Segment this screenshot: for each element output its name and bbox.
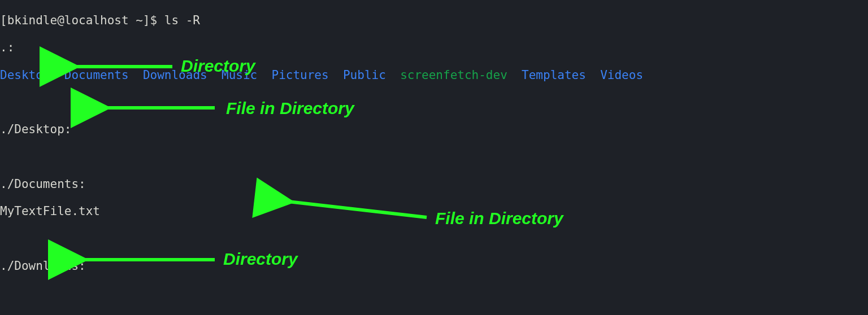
dir-public: Public bbox=[343, 68, 386, 82]
dir-templates: Templates bbox=[522, 68, 586, 82]
dir-desktop: Desktop bbox=[0, 68, 50, 82]
dir-pictures: Pictures bbox=[272, 68, 329, 82]
dir-documents: Documents bbox=[64, 68, 129, 82]
section-desktop: ./Desktop: bbox=[0, 123, 868, 136]
dir-videos: Videos bbox=[600, 68, 643, 82]
exec-screenfetch: screenfetch-dev bbox=[400, 68, 507, 82]
dir-downloads: Downloads bbox=[143, 68, 207, 82]
section-downloads: ./Downloads: bbox=[0, 259, 868, 273]
section-documents: ./Documents: bbox=[0, 177, 868, 191]
terminal-output: [bkindle@localhost ~]$ ls -R .: Desktop … bbox=[0, 0, 868, 315]
shell-prompt: [bkindle@localhost ~]$ bbox=[0, 14, 164, 27]
dir-music: Music bbox=[222, 68, 257, 82]
ls-header-dot: .: bbox=[0, 41, 868, 54]
file-mytextfile: MyTextFile.txt bbox=[0, 204, 868, 218]
ls-top-entries: Desktop Documents Downloads Music Pictur… bbox=[0, 68, 868, 82]
command-text: ls -R bbox=[164, 14, 200, 27]
